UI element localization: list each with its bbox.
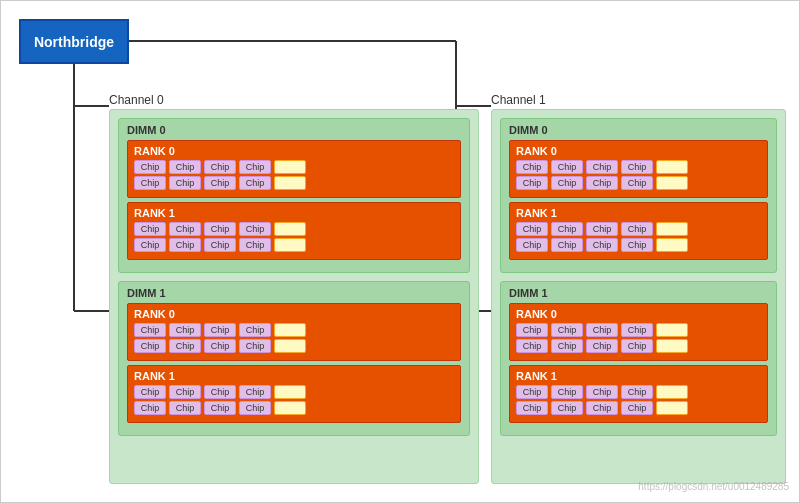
northbridge-label: Northbridge — [34, 34, 114, 50]
chip: Chip — [204, 339, 236, 353]
chip-row: Chip Chip Chip Chip — [134, 160, 454, 174]
channel0-dimm1-rank0-label: RANK 0 — [134, 308, 454, 320]
chip: Chip — [239, 222, 271, 236]
chip: Chip — [621, 222, 653, 236]
channel1-dimm0-label: DIMM 0 — [509, 124, 768, 136]
chip-yellow — [656, 323, 688, 337]
chip: Chip — [134, 176, 166, 190]
chip: Chip — [204, 401, 236, 415]
chip: Chip — [204, 176, 236, 190]
channel1-label: Channel 1 — [491, 93, 546, 107]
channel1-dimm0-rank1: RANK 1 Chip Chip Chip Chip Chip Chip Chi… — [509, 202, 768, 260]
channel0-label: Channel 0 — [109, 93, 164, 107]
chip: Chip — [621, 339, 653, 353]
channel1-dimm1-label: DIMM 1 — [509, 287, 768, 299]
chip: Chip — [134, 222, 166, 236]
chip: Chip — [169, 401, 201, 415]
chip: Chip — [551, 238, 583, 252]
channel1-dimm1-rank1: RANK 1 Chip Chip Chip Chip Chip Chip Chi… — [509, 365, 768, 423]
chip: Chip — [551, 323, 583, 337]
chip: Chip — [169, 222, 201, 236]
channel0-dimm0-label: DIMM 0 — [127, 124, 461, 136]
chip: Chip — [621, 385, 653, 399]
chip: Chip — [586, 385, 618, 399]
chip: Chip — [516, 222, 548, 236]
chip: Chip — [239, 339, 271, 353]
chip: Chip — [516, 339, 548, 353]
chip: Chip — [516, 176, 548, 190]
chip-yellow — [274, 385, 306, 399]
chip: Chip — [516, 323, 548, 337]
chip: Chip — [621, 238, 653, 252]
channel1-dimm1: DIMM 1 RANK 0 Chip Chip Chip Chip Chip C… — [500, 281, 777, 436]
chip: Chip — [204, 385, 236, 399]
chip: Chip — [134, 339, 166, 353]
chip-row: Chip Chip Chip Chip — [134, 401, 454, 415]
channel0-dimm1: DIMM 1 RANK 0 Chip Chip Chip Chip Chip C… — [118, 281, 470, 436]
chip-row: Chip Chip Chip Chip — [134, 176, 454, 190]
chip-yellow — [656, 401, 688, 415]
chip-yellow — [656, 339, 688, 353]
northbridge-box: Northbridge — [19, 19, 129, 64]
channel0-dimm1-rank0: RANK 0 Chip Chip Chip Chip Chip Chip Chi… — [127, 303, 461, 361]
channel1-dimm0: DIMM 0 RANK 0 Chip Chip Chip Chip Chip C… — [500, 118, 777, 273]
chip: Chip — [134, 238, 166, 252]
chip: Chip — [516, 238, 548, 252]
chip: Chip — [169, 323, 201, 337]
chip: Chip — [586, 401, 618, 415]
chip: Chip — [239, 160, 271, 174]
chip-row: Chip Chip Chip Chip — [134, 385, 454, 399]
chip-row: Chip Chip Chip Chip — [516, 385, 761, 399]
channel1-container: DIMM 0 RANK 0 Chip Chip Chip Chip Chip C… — [491, 109, 786, 484]
chip: Chip — [516, 160, 548, 174]
chip-row: Chip Chip Chip Chip — [516, 238, 761, 252]
channel0-dimm1-rank1-label: RANK 1 — [134, 370, 454, 382]
chip: Chip — [586, 238, 618, 252]
channel0-dimm0: DIMM 0 RANK 0 Chip Chip Chip Chip Chip C… — [118, 118, 470, 273]
chip: Chip — [621, 176, 653, 190]
chip-yellow — [656, 222, 688, 236]
chip-row: Chip Chip Chip Chip — [516, 339, 761, 353]
chip: Chip — [621, 323, 653, 337]
channel0-dimm0-rank0-label: RANK 0 — [134, 145, 454, 157]
chip: Chip — [169, 385, 201, 399]
chip: Chip — [586, 323, 618, 337]
chip-yellow — [274, 238, 306, 252]
channel1-dimm0-rank0-label: RANK 0 — [516, 145, 761, 157]
chip-row: Chip Chip Chip Chip — [516, 323, 761, 337]
chip: Chip — [551, 385, 583, 399]
channel1-dimm0-rank0: RANK 0 Chip Chip Chip Chip Chip Chip Chi… — [509, 140, 768, 198]
chip-yellow — [274, 160, 306, 174]
chip: Chip — [134, 323, 166, 337]
chip: Chip — [551, 160, 583, 174]
chip: Chip — [551, 176, 583, 190]
channel1-dimm0-rank1-label: RANK 1 — [516, 207, 761, 219]
chip: Chip — [204, 160, 236, 174]
main-container: Northbridge Channel 0 DIMM 0 RANK 0 Chip — [0, 0, 800, 503]
chip: Chip — [239, 176, 271, 190]
chip: Chip — [169, 176, 201, 190]
chip-row: Chip Chip Chip Chip — [134, 222, 454, 236]
chip: Chip — [169, 339, 201, 353]
chip: Chip — [621, 160, 653, 174]
chip: Chip — [134, 401, 166, 415]
chip: Chip — [204, 238, 236, 252]
chip: Chip — [551, 339, 583, 353]
chip: Chip — [134, 160, 166, 174]
chip: Chip — [169, 238, 201, 252]
chip-yellow — [274, 401, 306, 415]
chip-row: Chip Chip Chip Chip — [516, 222, 761, 236]
chip-row: Chip Chip Chip Chip — [134, 339, 454, 353]
chip: Chip — [551, 401, 583, 415]
chip: Chip — [239, 385, 271, 399]
chip: Chip — [204, 323, 236, 337]
chip: Chip — [134, 385, 166, 399]
channel0-dimm0-rank1-label: RANK 1 — [134, 207, 454, 219]
channel0-dimm0-rank1: RANK 1 Chip Chip Chip Chip Chip Chip Chi… — [127, 202, 461, 260]
chip-row: Chip Chip Chip Chip — [134, 238, 454, 252]
chip-yellow — [656, 176, 688, 190]
chip: Chip — [586, 339, 618, 353]
chip-row: Chip Chip Chip Chip — [516, 160, 761, 174]
chip: Chip — [239, 401, 271, 415]
chip-yellow — [274, 339, 306, 353]
